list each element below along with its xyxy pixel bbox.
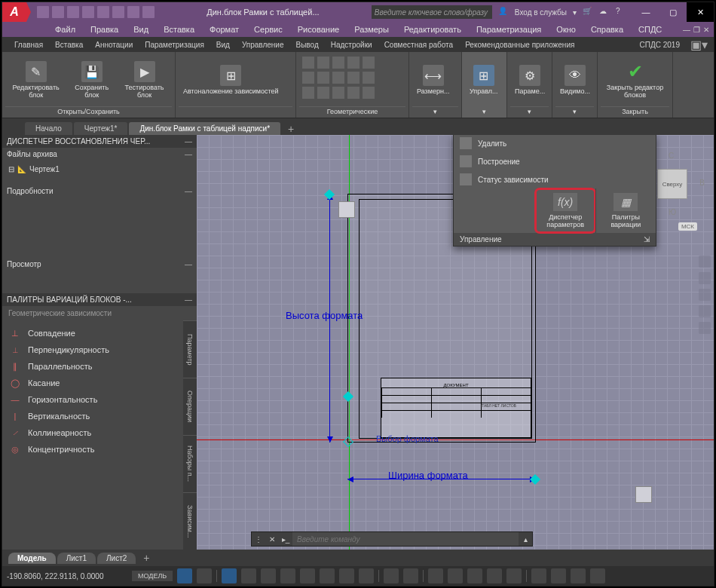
constraint-concentric-icon[interactable] bbox=[332, 72, 344, 84]
constraint-coincident-icon[interactable] bbox=[302, 57, 314, 69]
app-logo[interactable]: A bbox=[2, 2, 26, 22]
close-block-editor-button[interactable]: ✔Закрыть редактор блоков bbox=[601, 54, 669, 106]
status-lwt-icon[interactable] bbox=[339, 568, 354, 583]
constraint-tangent[interactable]: ◯Касание bbox=[7, 375, 192, 391]
parameter-node-2[interactable] bbox=[635, 486, 652, 503]
nav-showmotion-icon[interactable] bbox=[699, 322, 711, 334]
status-dyn-icon[interactable] bbox=[320, 568, 335, 583]
qat-save-icon[interactable] bbox=[67, 6, 79, 18]
status-annovisibility-icon[interactable] bbox=[487, 568, 502, 583]
ribbon-tab-insert[interactable]: Вставка bbox=[49, 38, 89, 51]
doc-close-button[interactable]: ✕ bbox=[703, 26, 709, 34]
test-block-button[interactable]: ▶Тестировать блок bbox=[117, 54, 172, 106]
tab-dynblock[interactable]: Дин.блок Рамки с таблицей надписи* bbox=[129, 122, 280, 135]
maximize-button[interactable]: ▢ bbox=[659, 2, 687, 22]
status-snap-icon[interactable] bbox=[197, 568, 212, 583]
pin-icon[interactable]: ⇲ bbox=[644, 235, 650, 243]
ribbon-tab-parametric[interactable]: Параметризация bbox=[139, 38, 210, 51]
dimensional-button[interactable]: ⟷Размерн... bbox=[412, 54, 454, 106]
constraint-vertical[interactable]: |Вертикальность bbox=[7, 408, 192, 424]
dim-width-label[interactable]: Ширина формата bbox=[388, 470, 468, 481]
constraint-parallel-icon[interactable] bbox=[332, 57, 344, 69]
status-transparency-icon[interactable] bbox=[359, 568, 374, 583]
doc-restore-button[interactable]: ❐ bbox=[693, 26, 700, 34]
variation-palettes-button[interactable]: ▦Палитры вариации bbox=[595, 188, 656, 233]
qat-redo-icon[interactable] bbox=[127, 6, 139, 18]
vtab-constraints[interactable]: Зависим... bbox=[183, 492, 197, 550]
menu-tools[interactable]: Сервис bbox=[246, 23, 290, 35]
constraint-perpendicular-icon[interactable] bbox=[317, 57, 329, 69]
status-ducs-icon[interactable] bbox=[300, 568, 315, 583]
status-grid-icon[interactable] bbox=[177, 568, 192, 583]
status-ortho-icon[interactable] bbox=[222, 568, 237, 583]
menu-dimension[interactable]: Размеры bbox=[347, 23, 396, 35]
status-osnap-icon[interactable] bbox=[261, 568, 276, 583]
constraint-horizontal-icon[interactable] bbox=[363, 57, 375, 69]
parameter-node-1[interactable] bbox=[338, 201, 355, 218]
qat-plot-icon[interactable] bbox=[97, 6, 109, 18]
constraint-parallel[interactable]: ∥Параллельность bbox=[7, 358, 192, 375]
menu-draw[interactable]: Рисование bbox=[290, 23, 347, 35]
constraint-horizontal[interactable]: —Горизонтальность bbox=[7, 391, 192, 408]
status-qp-icon[interactable] bbox=[448, 568, 463, 583]
constraint-perpendicular[interactable]: ⟂Перпендикулярность bbox=[7, 341, 192, 358]
layout-tab-model[interactable]: Модель bbox=[8, 553, 56, 564]
menu-view[interactable]: Вид bbox=[126, 23, 156, 35]
ribbon-tab-annotate[interactable]: Аннотации bbox=[89, 38, 139, 51]
tab-start[interactable]: Начало bbox=[25, 122, 72, 135]
cmdline-close-icon[interactable]: ✕ bbox=[265, 535, 279, 544]
cart-icon[interactable]: 🛒 bbox=[583, 7, 593, 17]
status-units-icon[interactable] bbox=[428, 568, 443, 583]
constraint-collinear[interactable]: ⟋Коллинеарность bbox=[7, 424, 192, 441]
login-area[interactable]: 👤 Вход в службы ▾ 🛒 ☁ ? bbox=[498, 7, 626, 17]
vtab-parameters[interactable]: Параметр bbox=[183, 320, 197, 378]
viewcube-top[interactable]: Сверху bbox=[657, 169, 687, 199]
ribbon-tab-collaborate[interactable]: Совместная работа bbox=[378, 38, 460, 51]
details-header[interactable]: Подробности— bbox=[2, 185, 197, 198]
constraint-coincident[interactable]: ⊥Совпадение bbox=[7, 325, 192, 341]
preview-header[interactable]: Просмотр— bbox=[2, 258, 197, 271]
archive-item[interactable]: ⊟📐Чертеж1 bbox=[7, 164, 192, 175]
nav-pan-icon[interactable] bbox=[699, 256, 711, 268]
status-otrack-icon[interactable] bbox=[280, 568, 295, 583]
ribbon-tab-addins[interactable]: Надстройки bbox=[325, 38, 378, 51]
status-customize-icon[interactable] bbox=[590, 568, 605, 583]
ribbon-collapse-icon[interactable]: ▣▾ bbox=[690, 38, 708, 52]
tab-drawing1[interactable]: Чертеж1* bbox=[74, 122, 128, 135]
cmdline-history-icon[interactable]: ▴ bbox=[519, 535, 532, 544]
status-annoscale-icon[interactable] bbox=[467, 568, 482, 583]
add-tab-button[interactable]: + bbox=[282, 123, 300, 135]
command-line[interactable]: ⋮ ✕ ▸_ ▴ bbox=[251, 531, 533, 547]
add-layout-button[interactable]: + bbox=[137, 552, 155, 564]
layout-tab-sheet2[interactable]: Лист2 bbox=[97, 553, 136, 564]
save-block-button[interactable]: 💾Сохранить блок bbox=[66, 54, 117, 106]
status-workspace-icon[interactable] bbox=[506, 568, 522, 583]
vtab-actions[interactable]: Операции bbox=[183, 378, 197, 435]
qat-undo-icon[interactable] bbox=[112, 6, 124, 18]
status-hardware-icon[interactable] bbox=[531, 568, 546, 583]
coordinates[interactable]: -190.8060, 222.9118, 0.0000 bbox=[7, 572, 127, 580]
parameters-button[interactable]: ⚙Параме... bbox=[510, 54, 549, 106]
constraint-symmetric-icon[interactable] bbox=[363, 72, 375, 84]
nav-zoom-icon[interactable] bbox=[699, 272, 711, 284]
menu-format[interactable]: Формат bbox=[202, 23, 246, 35]
archive-header[interactable]: Файлы архива— bbox=[2, 148, 197, 161]
constraint-smooth-icon[interactable] bbox=[347, 72, 360, 84]
dim-height-label[interactable]: Высота формата bbox=[286, 310, 363, 321]
status-clean-icon[interactable] bbox=[571, 568, 586, 583]
parameter-manager-button[interactable]: f(x)Диспетчер параметров bbox=[535, 188, 595, 233]
constraint-fix-icon[interactable] bbox=[317, 87, 329, 99]
ribbon-tab-home[interactable]: Главная bbox=[8, 38, 49, 51]
qat-new-icon[interactable] bbox=[37, 6, 49, 18]
doc-minimize-button[interactable]: — bbox=[683, 26, 690, 34]
manage-button[interactable]: ⊞Управл... bbox=[465, 54, 503, 106]
constraint-collinear-icon[interactable] bbox=[317, 72, 329, 84]
cloud-icon[interactable]: ☁ bbox=[599, 7, 610, 17]
layout-tab-sheet1[interactable]: Лист1 bbox=[57, 553, 96, 564]
qat-saveas-icon[interactable] bbox=[82, 6, 94, 18]
qat-open-icon[interactable] bbox=[52, 6, 64, 18]
menu-file[interactable]: Файл bbox=[47, 23, 83, 35]
dropdown-delete[interactable]: Удалить bbox=[454, 135, 656, 152]
coord-system-badge[interactable]: МСК bbox=[678, 222, 697, 231]
menu-help[interactable]: Справка bbox=[583, 23, 631, 35]
